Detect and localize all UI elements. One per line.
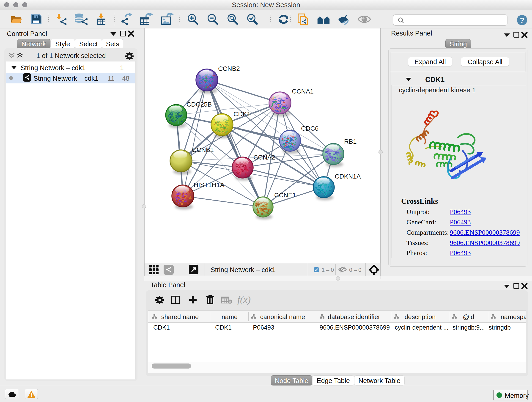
svg-text:CCNE1: CCNE1 <box>274 191 296 199</box>
svg-text:CCNB2: CCNB2 <box>218 65 240 72</box>
svg-text:HIST1H1A: HIST1H1A <box>194 181 224 188</box>
svg-text:CCNA2: CCNA2 <box>253 154 275 161</box>
svg-text:CDC6: CDC6 <box>301 125 318 132</box>
svg-text:CDKN1A: CDKN1A <box>335 173 361 180</box>
svg-text:CDK1: CDK1 <box>234 110 251 118</box>
svg-text:CDC25B: CDC25B <box>186 101 212 108</box>
svg-text:CCNB1: CCNB1 <box>192 146 214 153</box>
svg-text:CCNA1: CCNA1 <box>292 88 314 95</box>
svg-text:RB1: RB1 <box>344 138 356 145</box>
